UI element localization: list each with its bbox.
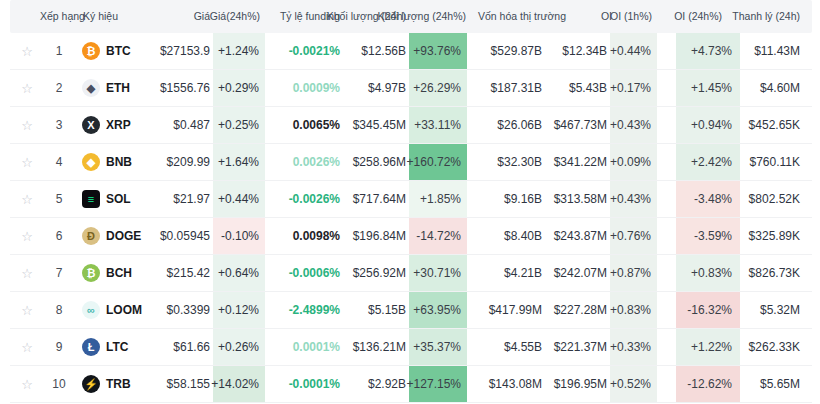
table-row[interactable]: ☆ 3 X XRP $0.487 +0.25% 0.0065% $345.45M… (10, 107, 812, 144)
symbol-cell[interactable]: ⚡ TRB (74, 366, 158, 402)
oi-24h-cell: -12.62% (676, 366, 740, 402)
market-cap-cell: $8.40B (467, 218, 545, 254)
favorite-star-icon[interactable]: ☆ (21, 119, 33, 132)
favorite-star-icon[interactable]: ☆ (21, 304, 33, 317)
favorite-star-icon[interactable]: ☆ (21, 193, 33, 206)
doge-icon: Ð (82, 227, 100, 245)
rank-cell: 9 (44, 329, 74, 365)
table-header-row: Xếp hạng Ký hiệu Giá Giá(24h%) Tỷ lệ fun… (10, 0, 812, 33)
favorite-cell: ☆ (10, 33, 44, 69)
oi-1h-cell: +0.09% (610, 144, 657, 180)
price-change-24h-cell: -0.10% (213, 218, 265, 254)
symbol-label: BNB (106, 155, 132, 169)
table-row[interactable]: ☆ 1 ₿ BTC $27153.9 +1.24% -0.0021% $12.5… (10, 33, 812, 70)
funding-rate-cell: 0.0009% (265, 70, 343, 106)
symbol-cell[interactable]: X XRP (74, 107, 158, 143)
table-row[interactable]: ☆ 10 ⚡ TRB $58.155 +14.02% -0.0001% $2.9… (10, 366, 812, 403)
bch-icon: ₿ (82, 264, 100, 282)
price-cell: $1556.76 (158, 70, 213, 106)
rank-cell: 1 (44, 33, 74, 69)
price-cell: $215.42 (158, 255, 213, 291)
liquidation-24h-cell: $325.89K (740, 218, 803, 254)
trb-icon: ⚡ (82, 375, 100, 393)
liquidation-24h-cell: $262.33K (740, 329, 803, 365)
symbol-cell[interactable]: ∞ LOOM (74, 292, 158, 328)
market-cap-cell: $187.31B (467, 70, 545, 106)
oi-1h-cell: +0.43% (610, 107, 657, 143)
symbol-cell[interactable]: ₿ BCH (74, 255, 158, 291)
favorite-cell: ☆ (10, 366, 44, 402)
oi-24h-cell: +2.42% (676, 144, 740, 180)
loom-icon: ∞ (82, 301, 100, 319)
favorite-star-icon[interactable]: ☆ (21, 341, 33, 354)
table-row[interactable]: ☆ 6 Ð DOGE $0.05945 -0.10% 0.0098% $196.… (10, 218, 812, 255)
oi-24h-cell: +1.22% (676, 329, 740, 365)
liquidation-24h-cell: $760.11K (740, 144, 803, 180)
symbol-cell[interactable]: ₿ BTC (74, 33, 158, 69)
market-cap-cell: $26.06B (467, 107, 545, 143)
column-header-liquidation-24h[interactable]: Thanh lý (24h) (732, 0, 800, 33)
oi-24h-cell: +0.94% (676, 107, 740, 143)
symbol-cell[interactable]: ◆ ETH (74, 70, 158, 106)
open-interest-cell: $12.34B (545, 33, 610, 69)
funding-rate-cell: 0.0001% (265, 329, 343, 365)
oi-1h-cell: +0.87% (610, 255, 657, 291)
favorite-star-icon[interactable]: ☆ (21, 267, 33, 280)
ltc-icon: Ł (82, 338, 100, 356)
price-change-24h-cell: +0.26% (213, 329, 265, 365)
oi-1h-cell: +0.17% (610, 70, 657, 106)
volume-24h-cell: $5.15B (343, 292, 409, 328)
favorite-star-icon[interactable]: ☆ (21, 45, 33, 58)
favorite-star-icon[interactable]: ☆ (21, 156, 33, 169)
symbol-label: BTC (106, 44, 131, 58)
price-cell: $209.99 (158, 144, 213, 180)
column-header-price-change-24h[interactable]: Giá(24h%) (210, 0, 260, 33)
column-header-oi-24h[interactable]: OI (24h%) (674, 0, 722, 33)
favorite-star-icon[interactable]: ☆ (21, 378, 33, 391)
favorite-star-icon[interactable]: ☆ (21, 230, 33, 243)
table-row[interactable]: ☆ 9 Ł LTC $61.66 +0.26% 0.0001% $136.21M… (10, 329, 812, 366)
table-row[interactable]: ☆ 2 ◆ ETH $1556.76 +0.29% 0.0009% $4.97B… (10, 70, 812, 107)
symbol-label: DOGE (106, 229, 141, 243)
market-cap-cell: $32.30B (467, 144, 545, 180)
symbol-cell[interactable]: Ð DOGE (74, 218, 158, 254)
market-cap-cell: $143.08M (467, 366, 545, 402)
sol-icon: ≡ (82, 190, 100, 208)
volume-change-24h-cell: +1.85% (409, 181, 467, 217)
open-interest-cell: $467.73M (545, 107, 610, 143)
funding-rate-cell: 0.0098% (265, 218, 343, 254)
price-change-24h-cell: +0.44% (213, 181, 265, 217)
column-header-rank[interactable]: Xếp hạng (40, 0, 85, 33)
column-header-price[interactable]: Giá (194, 0, 210, 33)
symbol-cell[interactable]: ◆ BNB (74, 144, 158, 180)
price-change-24h-cell: +0.29% (213, 70, 265, 106)
column-gap (657, 292, 676, 328)
symbol-cell[interactable]: ≡ SOL (74, 181, 158, 217)
market-cap-cell: $529.87B (467, 33, 545, 69)
price-cell: $0.487 (158, 107, 213, 143)
rank-cell: 6 (44, 218, 74, 254)
oi-24h-cell: -3.59% (676, 218, 740, 254)
favorite-star-icon[interactable]: ☆ (21, 82, 33, 95)
table-row[interactable]: ☆ 5 ≡ SOL $21.97 +0.44% -0.0026% $717.64… (10, 181, 812, 218)
column-gap (657, 329, 676, 365)
table-row[interactable]: ☆ 4 ◆ BNB $209.99 +1.64% 0.0026% $258.96… (10, 144, 812, 181)
column-header-symbol[interactable]: Ký hiệu (83, 0, 118, 33)
price-change-24h-cell: +0.25% (213, 107, 265, 143)
volume-24h-cell: $12.56B (343, 33, 409, 69)
table-row[interactable]: ☆ 8 ∞ LOOM $0.3399 +0.12% -2.4899% $5.15… (10, 292, 812, 329)
volume-change-24h-cell: +93.76% (409, 33, 467, 69)
column-header-oi-1h[interactable]: OI (1h%) (610, 0, 652, 33)
oi-1h-cell: +0.44% (610, 33, 657, 69)
symbol-cell[interactable]: Ł LTC (74, 329, 158, 365)
volume-change-24h-cell: +160.72% (409, 144, 467, 180)
oi-1h-cell: +0.76% (610, 218, 657, 254)
market-cap-cell: $9.16B (467, 181, 545, 217)
column-header-market-cap[interactable]: Vốn hóa thị trường (478, 0, 566, 33)
table-row[interactable]: ☆ 7 ₿ BCH $215.42 +0.64% -0.0006% $256.9… (10, 255, 812, 292)
rank-cell: 10 (44, 366, 74, 402)
liquidation-24h-cell: $826.73K (740, 255, 803, 291)
oi-1h-cell: +0.83% (610, 292, 657, 328)
column-header-volume-change-24h[interactable]: Khối lượng (24h%) (377, 0, 466, 33)
rank-cell: 7 (44, 255, 74, 291)
